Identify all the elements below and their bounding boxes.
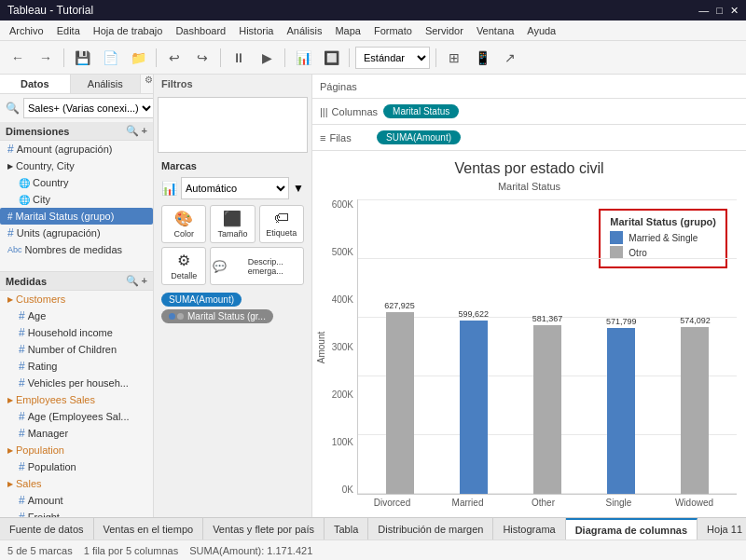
data-source-select[interactable]: Sales+ (Varias conexi...): [23, 98, 154, 118]
undo-btn[interactable]: ↩: [162, 46, 186, 70]
meas-age[interactable]: # Age: [0, 307, 153, 324]
hash-icon2: #: [7, 212, 13, 222]
tab-ventas-tiempo[interactable]: Ventas en el tiempo: [94, 518, 204, 540]
add-dim-icon[interactable]: +: [142, 125, 147, 137]
y-label-500: 500K: [332, 247, 353, 257]
dim-country-city[interactable]: ▶ Country, City: [0, 157, 153, 174]
standard-dropdown[interactable]: Estándar: [355, 47, 430, 69]
maximize-btn[interactable]: □: [716, 5, 723, 17]
menu-dashboard[interactable]: Dashboard: [170, 23, 231, 38]
search-dim-icon[interactable]: 🔍: [126, 125, 139, 137]
meas-employees[interactable]: ▶ Employees Sales: [0, 391, 153, 408]
meas-household[interactable]: # Household income: [0, 324, 153, 341]
tab-histograma[interactable]: Histograma: [493, 518, 565, 540]
share-btn[interactable]: ↗: [498, 46, 522, 70]
device-btn[interactable]: 📱: [470, 46, 494, 70]
tab-hoja11[interactable]: Hoja 11: [698, 518, 746, 540]
minimize-btn[interactable]: —: [698, 5, 709, 17]
meas-vehicles[interactable]: # Vehicles per househ...: [0, 375, 153, 391]
tooltip-btn[interactable]: 💬 Descrip... emerga...: [210, 247, 304, 285]
search-meds-icon[interactable]: 🔍: [126, 275, 139, 287]
hash-manager: #: [19, 427, 25, 440]
menu-ventana[interactable]: Ventana: [471, 23, 519, 38]
bar-widowed[interactable]: [681, 327, 709, 494]
marital-status-pill[interactable]: Marital Status (gr...: [161, 309, 273, 323]
menu-hoja[interactable]: Hoja de trabajo: [88, 23, 169, 38]
dim-country[interactable]: 🌐 Country: [0, 174, 153, 191]
x-label-widowed: Widowed: [659, 495, 729, 508]
meas-population-group[interactable]: ▶ Population: [0, 442, 153, 458]
size-btn[interactable]: ⬛ Tamaño: [210, 205, 255, 243]
bar-val-married: 599,622: [459, 309, 490, 319]
meas-customers[interactable]: ▶ Customers: [0, 291, 153, 307]
hash-icon3: #: [7, 226, 14, 239]
tab-ventas-flete[interactable]: Ventas y flete por país: [203, 518, 325, 540]
tab-diagrama[interactable]: Diagrama de columnas: [566, 518, 698, 540]
dim-marital-status[interactable]: # Marital Status (grupo): [0, 208, 153, 225]
tab-fuente[interactable]: Fuente de datos: [0, 518, 94, 540]
sep6: [435, 48, 436, 67]
tab-datos[interactable]: Datos: [0, 75, 71, 93]
tab-distribucion[interactable]: Distribución de margen: [368, 518, 493, 540]
bar-single[interactable]: [607, 328, 635, 494]
x-axis: Divorced Married Other Single Widowed: [322, 495, 737, 508]
suma-amount-text: SUMA(Amount): [169, 294, 234, 305]
meas-freight[interactable]: # Freight: [0, 509, 153, 517]
forward-btn[interactable]: →: [34, 46, 58, 70]
chart-inner: 600K 500K 400K 300K 200K 100K 0K Amount: [322, 199, 737, 508]
pause-btn[interactable]: ⏸: [227, 46, 251, 70]
hash-household: #: [19, 326, 25, 339]
hash-vehicles: #: [19, 376, 25, 389]
add-meds-icon[interactable]: +: [142, 275, 147, 287]
meas-population[interactable]: # Population: [0, 458, 153, 475]
close-btn[interactable]: ✕: [730, 5, 739, 17]
meas-rating[interactable]: # Rating: [0, 358, 153, 375]
tab-analisis[interactable]: Análisis: [71, 75, 142, 93]
panel-settings-icon[interactable]: ⚙: [145, 75, 153, 93]
panel-tabs: Datos Análisis ⚙: [0, 75, 153, 94]
marital-status-shelf-pill[interactable]: Marital Status: [383, 104, 459, 118]
dim-city[interactable]: 🌐 City: [0, 191, 153, 208]
label-btn[interactable]: 🏷 Etiqueta: [259, 205, 304, 243]
bar-married[interactable]: [460, 321, 488, 494]
menu-archivo[interactable]: Archivo: [4, 23, 49, 38]
meas-amount[interactable]: # Amount: [0, 492, 153, 509]
suma-amount-shelf-pill[interactable]: SUMA(Amount): [377, 130, 461, 144]
tab-tabla[interactable]: Tabla: [325, 518, 368, 540]
fit-btn[interactable]: ⊞: [442, 46, 466, 70]
bar-divorced[interactable]: [386, 312, 414, 494]
show-me-btn[interactable]: 🔲: [319, 46, 343, 70]
meas-children[interactable]: # Number of Children: [0, 341, 153, 358]
paginas-label: Páginas: [320, 81, 357, 92]
save-btn[interactable]: 💾: [70, 46, 94, 70]
menu-edita[interactable]: Edita: [51, 23, 86, 38]
meas-manager[interactable]: # Manager: [0, 425, 153, 442]
bar-chart-btn[interactable]: 📊: [291, 46, 315, 70]
menu-ayuda[interactable]: Ayuda: [521, 23, 561, 38]
dim-nombres[interactable]: Abc Nombres de medidas: [0, 241, 153, 258]
run-btn[interactable]: ▶: [255, 46, 279, 70]
bar-other[interactable]: [533, 325, 561, 494]
tooltip-icon: 💬: [213, 260, 227, 273]
menu-analisis[interactable]: Análisis: [282, 23, 328, 38]
y-axis: 600K 500K 400K 300K 200K 100K 0K Amount: [322, 199, 357, 495]
marks-type-select[interactable]: Automático: [181, 177, 289, 199]
redo-btn[interactable]: ↪: [190, 46, 214, 70]
color-btn[interactable]: 🎨 Color: [161, 205, 206, 243]
detail-btn[interactable]: ⚙ Detalle: [161, 247, 206, 285]
dim-units[interactable]: # Units (agrupación): [0, 225, 153, 241]
back-btn[interactable]: ←: [6, 46, 30, 70]
open-btn[interactable]: 📁: [126, 46, 150, 70]
menu-servidor[interactable]: Servidor: [420, 23, 469, 38]
menu-historia[interactable]: Historia: [233, 23, 279, 38]
suma-amount-pill[interactable]: SUMA(Amount): [161, 293, 242, 307]
meas-sales-group[interactable]: ▶ Sales: [0, 475, 153, 492]
new-btn[interactable]: 📄: [98, 46, 122, 70]
meas-emp-age[interactable]: # Age (Employees Sal...: [0, 408, 153, 425]
y-label-0: 0K: [342, 485, 353, 495]
detail-icon: ⚙: [177, 252, 190, 269]
menu-formato[interactable]: Formato: [368, 23, 418, 38]
status-sum: SUMA(Amount): 1.171.421: [189, 545, 312, 556]
menu-mapa[interactable]: Mapa: [329, 23, 366, 38]
dim-amount[interactable]: # Amount (agrupación): [0, 141, 153, 157]
